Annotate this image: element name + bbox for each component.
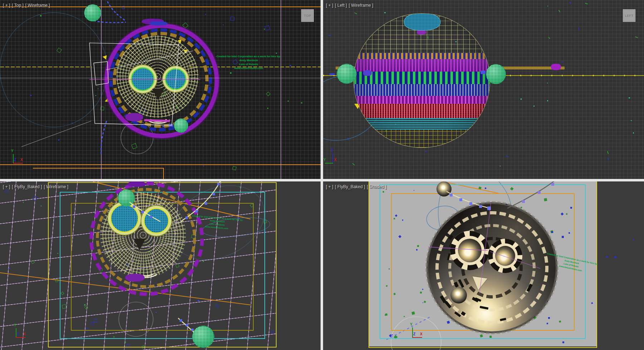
viewport-menu-button[interactable]: [ + ] [3,184,10,189]
viewport-label[interactable]: [ + ] [ Left ] [ Wireframe ] [326,3,373,8]
viewcube[interactable]: TOP [301,9,314,22]
flight-path [0,181,321,350]
viewport-view-button[interactable]: [ FlyBy_Baked ] [12,184,42,189]
watermark-text: Created for Intel Corporation as a work … [216,54,281,70]
viewport-left-wireframe[interactable]: [ + ] [ Left ] [ Wireframe ] LEFT Z Y X [323,0,644,179]
viewport-view-button[interactable]: [ Left ] [335,3,347,8]
viewport-top-wireframe[interactable]: [ + ] [ Top ] [ Wireframe ] TOP Created … [0,0,321,179]
viewport-view-button[interactable]: [ FlyBy_Baked ] [335,184,365,189]
viewport-menu-button[interactable]: [ + ] [3,3,10,8]
viewport-shading-button[interactable]: [ Wireframe ] [25,3,50,8]
mesh-moon-left[interactable] [337,64,357,84]
viewport-label[interactable]: [ + ] [ FlyBy_Baked ] [ Shaded ] [326,184,386,189]
space-station-left-view[interactable] [353,13,490,148]
viewport-flyby-shaded[interactable]: [ + ] [ FlyBy_Baked ] [ Shaded ] Created… [323,181,644,350]
mesh-moon-right[interactable] [486,64,506,84]
viewport-menu-button[interactable]: [ + ] [326,184,333,189]
viewport-label[interactable]: [ + ] [ FlyBy_Baked ] [ Wireframe ] [3,184,68,189]
viewport-menu-button[interactable]: [ + ] [326,3,333,8]
viewcube[interactable]: LEFT [623,9,635,22]
scene-lines-front [0,0,321,179]
viewport-shading-button[interactable]: [ Shaded ] [367,184,386,189]
viewport-shading-button[interactable]: [ Wireframe ] [44,184,68,189]
viewport-view-button[interactable]: [ Top ] [12,3,23,8]
viewport-shading-button[interactable]: [ Wireframe ] [349,3,374,8]
viewport-label[interactable]: [ + ] [ Top ] [ Wireframe ] [3,3,50,8]
3dsmax-viewport-canvas: { "viewports": [ { "menu": "[ + ]", "vie… [0,0,644,350]
viewport-flyby-wireframe[interactable]: [ + ] [ FlyBy_Baked ] [ Wireframe ] Crea… [0,181,321,350]
